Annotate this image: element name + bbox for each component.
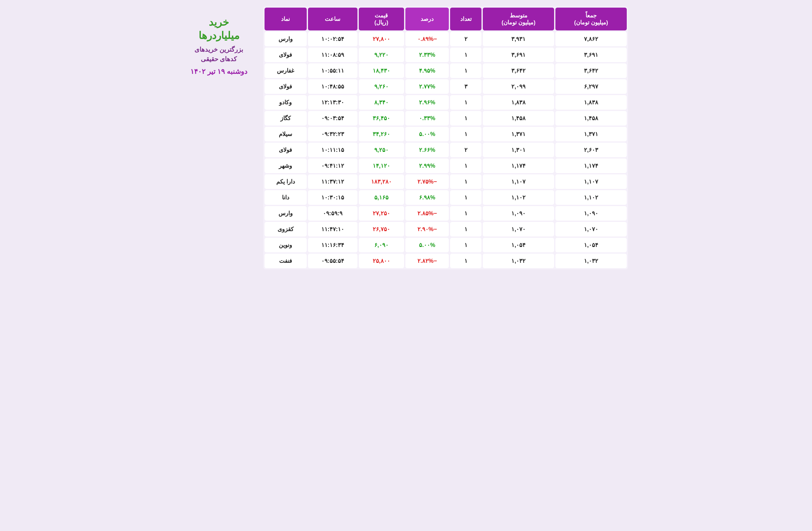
cell-r3-c2: ۳ xyxy=(450,79,481,94)
cell-r11-c1: ۱,۰۹۰ xyxy=(483,206,554,221)
table-row: ۱,۱۰۲۱,۱۰۲۱۶.۹۸%۵,۱۶۵۱۰:۳۰:۱۵دانا xyxy=(264,190,627,205)
cell-r4-c5: ۱۲:۱۳:۳۰ xyxy=(308,95,358,110)
table-row: ۱,۳۷۱۱,۳۷۱۱۵.۰۰%۳۴,۲۶۰۰۹:۳۲:۲۳سیلام xyxy=(264,127,627,142)
cell-r7-c4: ۹,۲۵۰ xyxy=(359,143,404,157)
cell-r3-c4: ۹,۲۶۰ xyxy=(359,79,404,94)
cell-r12-c2: ۱ xyxy=(450,222,481,236)
cell-r9-c5: ۱۱:۳۷:۱۲ xyxy=(308,174,358,189)
cell-r13-c6: ونوین xyxy=(264,238,307,252)
cell-r8-c2: ۱ xyxy=(450,159,481,173)
table-row: ۱,۰۷۰۱,۰۷۰۱−۲.۹۰%۲۶,۷۵۰۱۱:۴۷:۱۰کقزوی xyxy=(264,222,627,236)
cell-r11-c0: ۱,۰۹۰ xyxy=(555,206,627,221)
cell-r12-c4: ۲۶,۷۵۰ xyxy=(359,222,404,236)
cell-r5-c5: ۰۹:۰۳:۵۴ xyxy=(308,111,358,126)
cell-r11-c6: وارس xyxy=(264,206,307,221)
cell-r2-c2: ۱ xyxy=(450,63,481,78)
col-header-0: جمعاً (میلیون تومان) xyxy=(555,8,627,30)
cell-r1-c5: ۱۱:۰۸:۵۹ xyxy=(308,47,358,62)
cell-r9-c4: ۱۸۳,۲۸۰ xyxy=(359,174,404,189)
cell-r2-c6: غفارس xyxy=(264,63,307,78)
cell-r10-c2: ۱ xyxy=(450,190,481,205)
col-header-5: ساعت xyxy=(308,8,358,30)
cell-r4-c4: ۸,۳۴۰ xyxy=(359,95,404,110)
cell-r6-c0: ۱,۳۷۱ xyxy=(555,127,627,142)
cell-r4-c0: ۱,۸۳۸ xyxy=(555,95,627,110)
cell-r6-c3: ۵.۰۰% xyxy=(405,127,449,142)
cell-r1-c0: ۳,۶۹۱ xyxy=(555,47,627,62)
cell-r5-c2: ۱ xyxy=(450,111,481,126)
table-row: ۱,۸۳۸۱,۸۳۸۱۲.۹۶%۸,۳۴۰۱۲:۱۳:۳۰وکادو xyxy=(264,95,627,110)
cell-r5-c4: ۳۶,۴۵۰ xyxy=(359,111,404,126)
cell-r1-c3: ۲.۳۳% xyxy=(405,47,449,62)
cell-r0-c1: ۳,۹۳۱ xyxy=(483,32,554,46)
table-row: ۶,۲۹۷۲,۰۹۹۳۲.۷۷%۹,۲۶۰۱۰:۴۸:۵۵فولای xyxy=(264,79,627,94)
cell-r12-c0: ۱,۰۷۰ xyxy=(555,222,627,236)
cell-r8-c3: ۲.۹۹% xyxy=(405,159,449,173)
col-header-4: قیمت (ریال) xyxy=(359,8,404,30)
cell-r1-c2: ۱ xyxy=(450,47,481,62)
cell-r7-c1: ۱,۳۰۱ xyxy=(483,143,554,157)
cell-r0-c3: −۰.۸۹% xyxy=(405,32,449,46)
cell-r1-c1: ۳,۶۹۱ xyxy=(483,47,554,62)
cell-r14-c4: ۲۵,۸۰۰ xyxy=(359,254,404,268)
cell-r7-c6: فولای xyxy=(264,143,307,157)
cell-r7-c5: ۱۰:۱۱:۱۵ xyxy=(308,143,358,157)
col-header-1: متوسط (میلیون تومان) xyxy=(483,8,554,30)
cell-r3-c3: ۲.۷۷% xyxy=(405,79,449,94)
cell-r11-c2: ۱ xyxy=(450,206,481,221)
cell-r13-c4: ۶,۰۹۰ xyxy=(359,238,404,252)
cell-r0-c4: ۲۷,۸۰۰ xyxy=(359,32,404,46)
cell-r13-c0: ۱,۰۵۴ xyxy=(555,238,627,252)
cell-r6-c2: ۱ xyxy=(450,127,481,142)
cell-r10-c1: ۱,۱۰۲ xyxy=(483,190,554,205)
cell-r6-c6: سیلام xyxy=(264,127,307,142)
cell-r9-c1: ۱,۱۰۷ xyxy=(483,174,554,189)
cell-r3-c0: ۶,۲۹۷ xyxy=(555,79,627,94)
cell-r9-c6: دارا یکم xyxy=(264,174,307,189)
table-row: ۳,۶۹۱۳,۶۹۱۱۲.۳۳%۹,۲۲۰۱۱:۰۸:۵۹فولای xyxy=(264,47,627,62)
table-container: جمعاً (میلیون تومان)متوسط (میلیون تومان)… xyxy=(263,6,628,269)
sidebar-date: دوشنبه ۱۹ تیر ۱۴۰۲ xyxy=(190,68,247,76)
cell-r0-c5: ۱۰:۰۲:۵۴ xyxy=(308,32,358,46)
cell-r12-c1: ۱,۰۷۰ xyxy=(483,222,554,236)
cell-r14-c6: فنفت xyxy=(264,254,307,268)
page-wrapper: جمعاً (میلیون تومان)متوسط (میلیون تومان)… xyxy=(184,6,628,269)
cell-r3-c6: فولای xyxy=(264,79,307,94)
cell-r0-c6: وارس xyxy=(264,32,307,46)
cell-r12-c3: −۲.۹۰% xyxy=(405,222,449,236)
cell-r14-c2: ۱ xyxy=(450,254,481,268)
table-row: ۱,۴۵۸۱,۴۵۸۱۰.۳۳%۳۶,۴۵۰۰۹:۰۳:۵۴کگاز xyxy=(264,111,627,126)
cell-r8-c4: ۱۴,۱۲۰ xyxy=(359,159,404,173)
cell-r13-c5: ۱۱:۱۶:۳۴ xyxy=(308,238,358,252)
col-header-3: درصد xyxy=(405,8,449,30)
table-row: ۱,۰۳۲۱,۰۳۲۱−۲.۸۲%۲۵,۸۰۰۰۹:۵۵:۵۴فنفت xyxy=(264,254,627,268)
cell-r11-c4: ۲۷,۲۵۰ xyxy=(359,206,404,221)
cell-r12-c5: ۱۱:۴۷:۱۰ xyxy=(308,222,358,236)
cell-r14-c3: −۲.۸۲% xyxy=(405,254,449,268)
cell-r4-c3: ۲.۹۶% xyxy=(405,95,449,110)
sidebar-subtitle: بزرگترین خریدهای کدهای حقیقی xyxy=(187,45,250,64)
cell-r10-c4: ۵,۱۶۵ xyxy=(359,190,404,205)
cell-r6-c5: ۰۹:۳۲:۲۳ xyxy=(308,127,358,142)
cell-r5-c6: کگاز xyxy=(264,111,307,126)
table-row: ۱,۰۹۰۱,۰۹۰۱−۲.۸۵%۲۷,۲۵۰۰۹:۵۹:۹وارس xyxy=(264,206,627,221)
table-row: ۲,۶۰۳۱,۳۰۱۲۲.۶۶%۹,۲۵۰۱۰:۱۱:۱۵فولای xyxy=(264,143,627,157)
sidebar-title: خرید میلیاردرها xyxy=(187,16,250,42)
cell-r10-c0: ۱,۱۰۲ xyxy=(555,190,627,205)
table-row: ۱,۰۵۴۱,۰۵۴۱۵.۰۰%۶,۰۹۰۱۱:۱۶:۳۴ونوین xyxy=(264,238,627,252)
cell-r11-c3: −۲.۸۵% xyxy=(405,206,449,221)
cell-r5-c3: ۰.۳۳% xyxy=(405,111,449,126)
cell-r4-c6: وکادو xyxy=(264,95,307,110)
cell-r2-c3: ۴.۹۵% xyxy=(405,63,449,78)
cell-r14-c5: ۰۹:۵۵:۵۴ xyxy=(308,254,358,268)
cell-r6-c4: ۳۴,۲۶۰ xyxy=(359,127,404,142)
cell-r7-c0: ۲,۶۰۳ xyxy=(555,143,627,157)
cell-r10-c6: دانا xyxy=(264,190,307,205)
cell-r8-c0: ۱,۱۷۴ xyxy=(555,159,627,173)
cell-r1-c4: ۹,۲۲۰ xyxy=(359,47,404,62)
cell-r0-c0: ۷,۸۶۲ xyxy=(555,32,627,46)
cell-r9-c2: ۱ xyxy=(450,174,481,189)
sidebar: خرید میلیاردرها بزرگترین خریدهای کدهای ح… xyxy=(184,6,254,85)
cell-r13-c1: ۱,۰۵۴ xyxy=(483,238,554,252)
cell-r14-c1: ۱,۰۳۲ xyxy=(483,254,554,268)
